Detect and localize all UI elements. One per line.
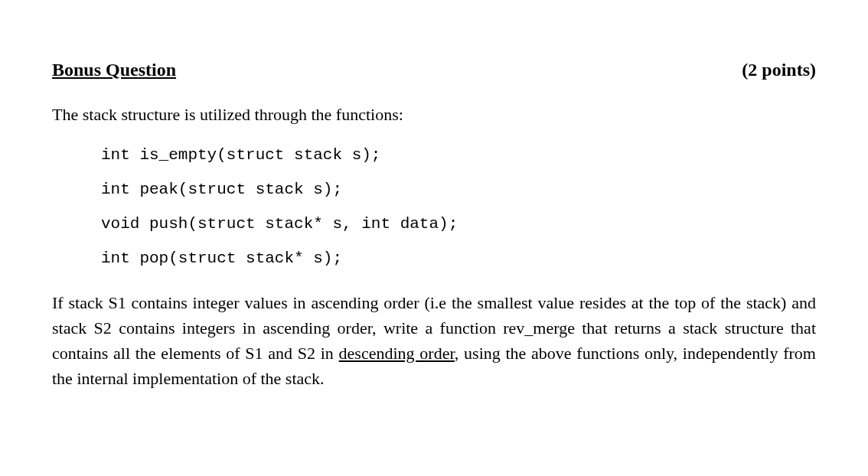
question-points: (2 points) (742, 60, 816, 80)
code-line-pop: int pop(struct stack* s); (101, 249, 816, 267)
paragraph-underlined: descending order (339, 344, 455, 363)
code-line-push: void push(struct stack* s, int data); (101, 215, 816, 233)
code-line-peak: int peak(struct stack s); (101, 181, 816, 198)
intro-text: The stack structure is utilized through … (52, 105, 816, 125)
code-line-isempty: int is_empty(struct stack s); (101, 146, 816, 164)
question-paragraph: If stack S1 contains integer values in a… (52, 290, 816, 391)
header-row: Bonus Question (2 points) (52, 60, 816, 80)
question-title: Bonus Question (52, 60, 176, 80)
code-block: int is_empty(struct stack s); int peak(s… (52, 146, 816, 267)
